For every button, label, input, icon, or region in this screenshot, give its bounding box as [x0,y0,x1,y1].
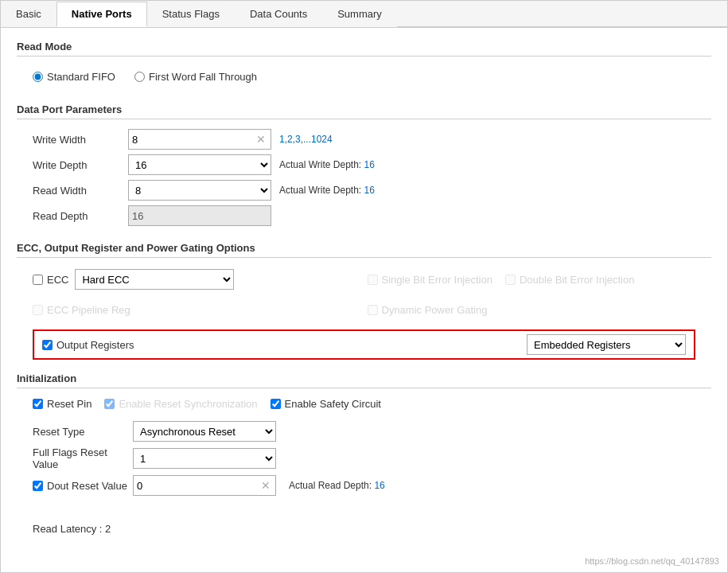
double-bit-error-text: Double Bit Error Injection [520,274,635,286]
tab-data-counts[interactable]: Data Counts [235,2,322,27]
ecc-pipeline-label[interactable]: ECC Pipeline Reg [33,304,130,316]
ecc-pipeline-row: ECC Pipeline Reg [33,298,361,322]
read-latency: Read Latency : 2 [17,516,711,541]
enable-safety-checkbox[interactable] [271,399,281,409]
tab-summary[interactable]: Summary [322,2,397,27]
dout-reset-checkbox[interactable] [33,481,43,491]
first-word-fall-through-radio[interactable] [134,72,145,82]
read-width-label: Read Width [33,185,128,197]
reset-type-select-container: Asynchronous Reset Synchronous Reset [133,421,276,442]
ecc-type-select-container: Hard ECC Soft ECC No ECC [75,269,234,290]
dynamic-power-label[interactable]: Dynamic Power Gating [368,304,488,316]
dout-reset-row: Dout Reset Value ✕ Actual Read Depth: 16 [33,475,695,496]
data-port-section: Data Port Parameters Write Width ✕ 1,2,3… [17,103,711,229]
ecc-label: ECC [47,274,68,286]
read-depth-readonly: 16 [128,205,271,226]
init-grid: Reset Type Asynchronous Reset Synchronou… [17,418,711,504]
data-port-title: Data Port Parameters [17,103,711,119]
read-width-select[interactable]: 8 16 32 [129,181,271,200]
dout-reset-hint: Actual Read Depth: 16 [281,480,695,491]
init-checkbox-row: Reset Pin Enable Reset Synchronization E… [17,395,711,413]
enable-reset-sync-label[interactable]: Enable Reset Synchronization [104,398,257,410]
full-flags-select[interactable]: 1 0 [134,449,275,468]
single-bit-error-checkbox[interactable] [368,275,378,285]
tab-native-ports[interactable]: Native Ports [56,2,147,27]
full-flags-row: Full Flags Reset Value 1 0 [33,446,695,470]
output-reg-checkbox[interactable] [42,340,53,350]
write-width-label: Write Width [33,134,128,146]
reset-type-row: Reset Type Asynchronous Reset Synchronou… [33,421,695,442]
output-reg-checkbox-label[interactable]: Output Registers [42,339,134,351]
content-area: Read Mode Standard FIFO First Word Fall … [1,28,727,554]
tab-status-flags[interactable]: Status Flags [147,2,235,27]
ecc-main-row: ECC Hard ECC Soft ECC No ECC [33,267,361,291]
param-table: Write Width ✕ 1,2,3,...1024 Write Depth … [17,126,711,229]
dout-reset-label: Dout Reset Value [47,480,127,492]
enable-safety-text: Enable Safety Circuit [285,398,381,410]
write-depth-hint: Actual Write Depth: 16 [271,159,695,170]
double-bit-error-checkbox[interactable] [505,275,516,285]
double-bit-error-label[interactable]: Double Bit Error Injection [505,274,635,286]
error-inject-row: Single Bit Error Injection Double Bit Er… [368,267,696,291]
read-mode-options: Standard FIFO First Word Fall Through [17,63,711,91]
single-bit-error-label[interactable]: Single Bit Error Injection [368,274,492,286]
tab-basic[interactable]: Basic [1,2,56,27]
enable-reset-sync-text: Enable Reset Synchronization [119,398,257,410]
ecc-section: ECC, Output Register and Power Gating Op… [17,242,711,360]
read-width-hint: Actual Write Depth: 16 [271,185,695,196]
single-bit-error-text: Single Bit Error Injection [382,274,492,286]
dout-reset-input[interactable] [137,480,259,492]
dout-reset-checkbox-label[interactable]: Dout Reset Value [33,480,128,492]
ecc-checkbox-label[interactable]: ECC [33,274,68,286]
ecc-checkbox[interactable] [33,275,43,285]
write-width-hint: 1,2,3,...1024 [271,134,695,145]
write-depth-select-container: 16 32 64 128 256 512 1024 [128,154,271,175]
standard-fifo-option[interactable]: Standard FIFO [33,71,115,83]
ecc-pipeline-checkbox[interactable] [33,305,43,315]
standard-fifo-radio[interactable] [33,72,43,82]
error-inject-options: Single Bit Error Injection Double Bit Er… [368,274,635,286]
ecc-pipeline-text: ECC Pipeline Reg [47,304,130,316]
write-width-clear-icon[interactable]: ✕ [255,133,267,146]
write-depth-select[interactable]: 16 32 64 128 256 512 1024 [129,155,271,174]
ecc-type-select[interactable]: Hard ECC Soft ECC No ECC [76,270,233,289]
ecc-title: ECC, Output Register and Power Gating Op… [17,242,711,258]
first-word-fall-through-option[interactable]: First Word Fall Through [134,71,257,83]
dynamic-power-checkbox[interactable] [368,305,378,315]
reset-type-label: Reset Type [33,426,128,438]
dynamic-power-text: Dynamic Power Gating [382,304,488,316]
read-width-select-container: 8 16 32 [128,180,271,201]
standard-fifo-label: Standard FIFO [47,71,115,83]
first-word-fall-through-label: First Word Fall Through [149,71,257,83]
tab-bar: Basic Native Ports Status Flags Data Cou… [1,1,727,28]
reset-type-select[interactable]: Asynchronous Reset Synchronous Reset [134,422,275,441]
read-mode-title: Read Mode [17,41,711,57]
enable-reset-sync-checkbox[interactable] [104,399,115,409]
reset-pin-checkbox[interactable] [33,399,43,409]
output-reg-type-select[interactable]: Embedded Registers Fabric Registers No R… [528,335,685,354]
output-reg-select-container: Embedded Registers Fabric Registers No R… [527,334,686,355]
watermark: https://blog.csdn.net/qq_40147893 [585,556,719,566]
read-depth-label: Read Depth [33,210,128,222]
full-flags-label: Full Flags Reset Value [33,446,128,470]
read-mode-section: Read Mode Standard FIFO First Word Fall … [17,41,711,91]
enable-safety-label[interactable]: Enable Safety Circuit [271,398,381,410]
dout-reset-clear-icon[interactable]: ✕ [259,479,272,492]
reset-pin-text: Reset Pin [47,398,91,410]
write-width-input-container: ✕ [128,129,271,150]
full-flags-select-container: 1 0 [133,448,276,469]
output-reg-label: Output Registers [56,339,134,351]
main-container: Basic Native Ports Status Flags Data Cou… [0,0,728,573]
dynamic-power-row: Dynamic Power Gating [368,298,696,322]
dout-reset-input-container: ✕ [133,475,276,496]
write-depth-label: Write Depth [33,159,128,171]
ecc-grid: ECC Hard ECC Soft ECC No ECC [17,264,711,325]
reset-pin-label[interactable]: Reset Pin [33,398,91,410]
initialization-title: Initialization [17,372,711,388]
output-registers-row: Output Registers Embedded Registers Fabr… [33,329,695,360]
initialization-section: Initialization Reset Pin Enable Reset Sy… [17,372,711,504]
write-width-input[interactable] [132,134,255,146]
